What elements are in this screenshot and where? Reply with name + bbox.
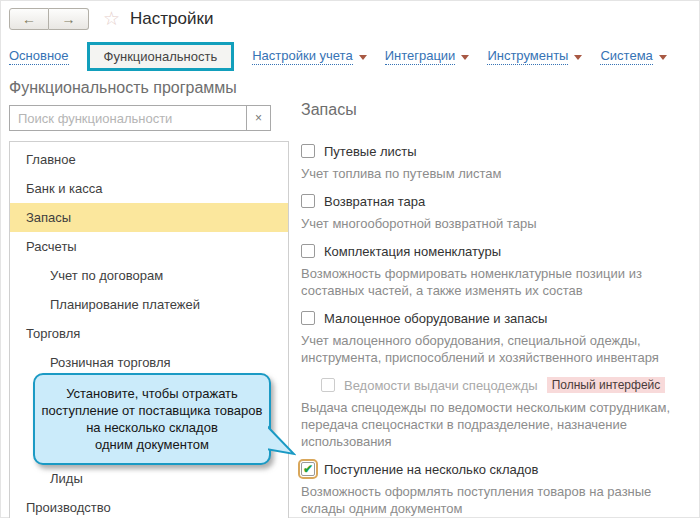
- feature: ✔Путевые листыУчет топлива по путевым ли…: [301, 141, 697, 182]
- header: ← → ☆ Настройки: [9, 7, 213, 30]
- callout-line: на несколько складов: [86, 419, 218, 436]
- tab-0[interactable]: Основное: [9, 48, 69, 65]
- feature-checkbox-row[interactable]: ✔Поступление на несколько складов: [301, 459, 697, 479]
- callout-tail: [266, 423, 296, 463]
- full-interface-badge: Полный интерфейс: [547, 377, 666, 393]
- sidebar-item[interactable]: Запасы: [10, 203, 288, 232]
- page-title: Настройки: [130, 9, 213, 29]
- tab-3[interactable]: Интеграции: [385, 48, 470, 65]
- tab-functionality-selected[interactable]: Функциональность: [87, 42, 235, 71]
- sidebar-item[interactable]: Расчеты: [10, 232, 288, 261]
- checkbox-icon[interactable]: ✔: [301, 194, 315, 208]
- tab-bar: ОсновноеФункциональностьНастройки учетаИ…: [9, 41, 667, 71]
- feature-description: Выдача спецодежды по ведомости нескольки…: [301, 399, 697, 450]
- callout-line: одним документом: [95, 436, 209, 453]
- sidebar-item[interactable]: Планирование платежей: [10, 290, 288, 319]
- sidebar-item[interactable]: Учет по договорам: [10, 261, 288, 290]
- feature-label: Поступление на несколько складов: [324, 462, 538, 477]
- sidebar-item[interactable]: Лиды: [10, 464, 288, 493]
- feature: ✔Возвратная тараУчет многооборотной возв…: [301, 191, 697, 232]
- tab-2[interactable]: Настройки учета: [252, 48, 366, 65]
- favorite-star-icon[interactable]: ☆: [103, 7, 120, 30]
- sidebar-item[interactable]: Главное: [10, 145, 288, 174]
- sidebar-item[interactable]: Торговля: [10, 319, 288, 348]
- feature-label: Комплектация номенклатуры: [324, 244, 501, 259]
- forward-arrow-icon[interactable]: →: [49, 8, 89, 30]
- feature-label: Ведомости выдачи спецодежды: [344, 378, 538, 393]
- feature-checkbox-row[interactable]: ✔Малоценное оборудование и запасы: [301, 308, 697, 328]
- checkmark-icon: ✔: [303, 463, 313, 475]
- feature-description: Учет малоценного оборудования, специальн…: [301, 332, 697, 366]
- search-box: ×: [9, 105, 271, 131]
- features-panel: Запасы ✔Путевые листыУчет топлива по пут…: [301, 101, 697, 518]
- feature-checkbox-row[interactable]: ✔Комплектация номенклатуры: [301, 241, 697, 261]
- feature: ✔Поступление на несколько складовВозможн…: [301, 459, 697, 517]
- history-nav: ← →: [9, 8, 89, 30]
- feature-description: Учет многооборотной возвратной тары: [301, 215, 697, 232]
- checkbox-icon[interactable]: ✔: [301, 311, 315, 325]
- feature: ✔Комплектация номенклатурыВозможность фо…: [301, 241, 697, 299]
- feature-label: Путевые листы: [324, 144, 417, 159]
- feature-label: Возвратная тара: [324, 194, 425, 209]
- feature-checkbox-row[interactable]: ✔Путевые листы: [301, 141, 697, 161]
- panel-heading: Запасы: [301, 101, 697, 119]
- tab-label[interactable]: Настройки учета: [252, 48, 352, 65]
- back-arrow-icon[interactable]: ←: [9, 8, 49, 30]
- feature-label: Малоценное оборудование и запасы: [324, 311, 547, 326]
- tab-label[interactable]: Система: [600, 48, 652, 65]
- tooltip-callout: Установите, чтобы отражатьпоступление от…: [33, 373, 271, 465]
- feature: ✔Малоценное оборудование и запасыУчет ма…: [301, 308, 697, 366]
- callout-line: поступление от поставщика товаров: [42, 402, 263, 419]
- feature-checkbox-row[interactable]: ✔Ведомости выдачи спецодеждыПолный интер…: [321, 375, 697, 395]
- sidebar-item[interactable]: Банк и касса: [10, 174, 288, 203]
- checkbox-checked-icon[interactable]: ✔: [301, 462, 315, 476]
- feature-checkbox-row[interactable]: ✔Возвратная тара: [301, 191, 697, 211]
- clear-search-icon[interactable]: ×: [246, 106, 270, 130]
- feature-description: Возможность оформлять поступления товаро…: [301, 483, 697, 517]
- chevron-down-icon[interactable]: [359, 55, 367, 60]
- tab-label[interactable]: Основное: [9, 48, 69, 65]
- search-input[interactable]: [10, 106, 246, 130]
- chevron-down-icon[interactable]: [461, 55, 469, 60]
- tab-4[interactable]: Инструменты: [487, 48, 582, 65]
- section-heading: Функциональность программы: [9, 79, 237, 97]
- chevron-down-icon[interactable]: [574, 55, 582, 60]
- feature-description: Учет топлива по путевым листам: [301, 165, 697, 182]
- callout-line: Установите, чтобы отражать: [66, 385, 238, 402]
- sidebar-item[interactable]: Производство: [10, 493, 288, 518]
- feature-description: Возможность формировать номенклатурные п…: [301, 265, 697, 299]
- tab-5[interactable]: Система: [600, 48, 666, 65]
- chevron-down-icon[interactable]: [659, 55, 667, 60]
- checkbox-icon[interactable]: ✔: [301, 244, 315, 258]
- feature: ✔Ведомости выдачи спецодеждыПолный интер…: [301, 375, 697, 450]
- tab-label[interactable]: Интеграции: [385, 48, 456, 65]
- checkbox-icon[interactable]: ✔: [301, 144, 315, 158]
- feature-list: ✔Путевые листыУчет топлива по путевым ли…: [301, 141, 697, 517]
- tab-label[interactable]: Инструменты: [487, 48, 568, 65]
- settings-window: ← → ☆ Настройки ОсновноеФункциональность…: [0, 0, 700, 518]
- checkbox-icon: ✔: [321, 378, 335, 392]
